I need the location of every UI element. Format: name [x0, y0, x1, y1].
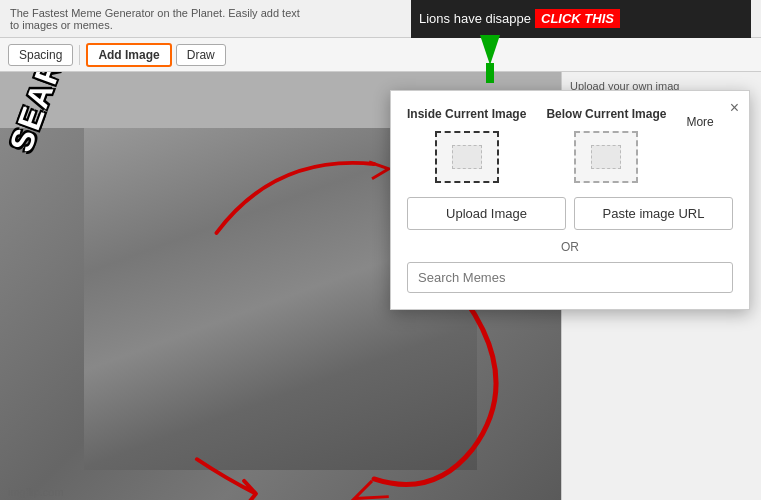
- click-this-badge: CLICK THIS: [535, 9, 620, 28]
- add-image-modal: × Inside Current Image Below Current Ima…: [390, 90, 750, 310]
- draw-button[interactable]: Draw: [176, 44, 226, 66]
- inside-current-option[interactable]: Inside Current Image: [407, 107, 526, 183]
- inside-current-label: Inside Current Image: [407, 107, 526, 123]
- footer: imgflip.com: [0, 484, 72, 500]
- paste-image-url-button[interactable]: Paste image URL: [574, 197, 733, 230]
- modal-close-button[interactable]: ×: [730, 99, 739, 117]
- below-current-label: Below Current Image: [546, 107, 666, 123]
- add-image-button[interactable]: Add Image: [86, 43, 171, 67]
- ad-banner: Lions have disappe CLICK THIS: [411, 0, 751, 38]
- below-current-option[interactable]: Below Current Image: [546, 107, 666, 183]
- spacing-button[interactable]: Spacing: [8, 44, 73, 66]
- upload-image-button[interactable]: Upload Image: [407, 197, 566, 230]
- below-current-box[interactable]: [574, 131, 638, 183]
- toolbar-separator: [79, 45, 80, 65]
- inside-current-preview: [452, 145, 482, 169]
- modal-or-label: OR: [407, 240, 733, 254]
- toolbar: Spacing Add Image Draw: [0, 38, 761, 72]
- more-options-label[interactable]: More: [686, 107, 713, 183]
- below-current-preview: [591, 145, 621, 169]
- top-bar-description: The Fastest Meme Generator on the Planet…: [10, 7, 310, 31]
- top-bar: The Fastest Meme Generator on the Planet…: [0, 0, 761, 38]
- inside-current-box[interactable]: [435, 131, 499, 183]
- modal-options: Inside Current Image Below Current Image…: [407, 107, 733, 183]
- ad-text: Lions have disappe: [411, 11, 531, 26]
- modal-actions: Upload Image Paste image URL: [407, 197, 733, 230]
- brand-label: imgflip.com: [8, 486, 64, 498]
- search-memes-input[interactable]: [407, 262, 733, 293]
